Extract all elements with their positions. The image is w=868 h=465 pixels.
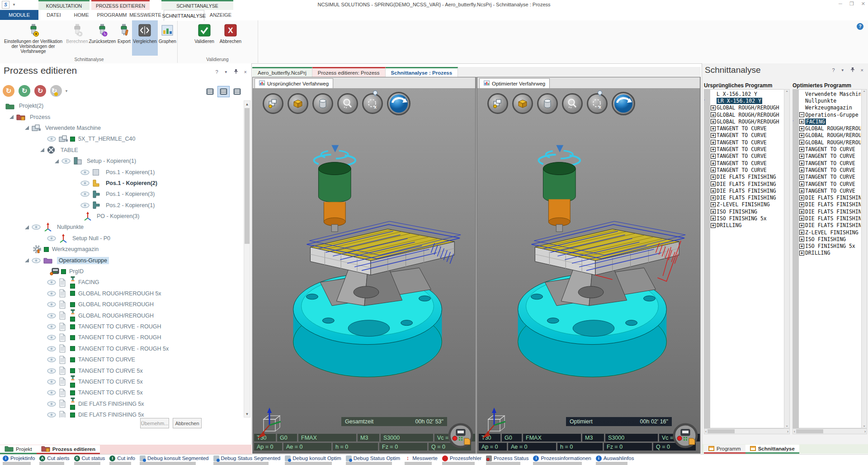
collapse-minus-icon[interactable]: −: [799, 112, 804, 117]
abbrechen-button[interactable]: XAbbrechen: [217, 20, 244, 56]
tab-projekt[interactable]: Projekt: [0, 445, 37, 454]
expand-plus-icon[interactable]: +: [799, 167, 804, 172]
module-tab-konsultation[interactable]: KONSULTATION: [38, 0, 90, 10]
expand-plus-icon[interactable]: +: [799, 181, 804, 186]
status-item-prozess-status[interactable]: Prozess Status: [486, 455, 528, 465]
redo-settings-icon[interactable]: ↻: [50, 85, 62, 97]
program-list-item[interactable]: +TANGENT TO CURVE: [799, 160, 861, 166]
program-list-item[interactable]: +ISO FINISHING: [799, 236, 861, 242]
expand-plus-icon[interactable]: +: [799, 223, 804, 228]
status-item-projektinfo[interactable]: iProjektinfo: [3, 455, 35, 465]
expand-plus-icon[interactable]: +: [711, 154, 716, 159]
expand-plus-icon[interactable]: +: [799, 140, 804, 145]
export-button[interactable]: Export: [116, 20, 132, 56]
program-list-item[interactable]: +DIE FLATS FINISHING: [799, 194, 861, 201]
expand-plus-icon[interactable]: +: [799, 147, 804, 152]
document-tab-schnittanalyse-prozess[interactable]: Schnittanalyse : Prozess: [386, 67, 458, 77]
expand-triangle-icon[interactable]: [40, 147, 47, 152]
program-list-item[interactable]: +TANGENT TO CURVE: [799, 180, 861, 187]
program-list-item[interactable]: +TANGENT TO CURVE: [799, 166, 861, 173]
tree-item[interactable]: Pos.2 - Kopieren(1): [1, 200, 243, 211]
stock-cylinder-icon[interactable]: [537, 93, 558, 114]
ribbon-tab-module[interactable]: MODULE: [0, 10, 38, 20]
program-list-item[interactable]: +DIE FLATS FINISHING: [799, 208, 861, 215]
tree-item[interactable]: Verwendete Maschine: [1, 123, 243, 133]
tree-item[interactable]: 5X_TT_HERMLE_C40: [1, 133, 243, 144]
viewport-optimized[interactable]: Optimierter VerfahrwegxOptimiert00h 02' …: [477, 77, 700, 454]
eye-icon[interactable]: [47, 313, 59, 318]
program-list-item[interactable]: +TANGENT TO CURVE: [711, 160, 783, 166]
ribbon-tab-anzeige[interactable]: ANZEIGE: [209, 10, 232, 20]
program-list-item[interactable]: Werkzeugmagazin: [799, 104, 861, 111]
expand-plus-icon[interactable]: +: [799, 126, 804, 131]
scroll-down-icon[interactable]: ▼: [244, 411, 250, 417]
program-list-item[interactable]: +FACING: [799, 118, 861, 125]
tree-item[interactable]: Setup Null - P0: [1, 233, 243, 244]
status-item-cut-status[interactable]: SCut status: [74, 455, 105, 465]
tree-item[interactable]: PO - Kopieren(3): [1, 211, 243, 222]
eye-icon[interactable]: [80, 170, 92, 175]
expand-plus-icon[interactable]: +: [711, 181, 716, 186]
tree-item[interactable]: TANGENT TO CURVE - ROUGH: [1, 321, 243, 332]
vertical-scrollbar[interactable]: ⌃⌄: [861, 89, 867, 428]
help-icon[interactable]: ?: [216, 69, 218, 75]
program-list-item[interactable]: +DIE FLATS FINISHING: [711, 187, 783, 194]
eye-icon[interactable]: [80, 191, 92, 197]
viewport-tab[interactable]: Optimierter Verfahrweg: [479, 78, 550, 88]
expand-plus-icon[interactable]: +: [711, 161, 716, 166]
machine-status-icon[interactable]: [673, 423, 698, 448]
expand-triangle-icon[interactable]: [9, 114, 16, 119]
zoom-icon[interactable]: [337, 93, 358, 114]
pin-icon[interactable]: [234, 69, 238, 75]
horizontal-scrollbar[interactable]: ‹›: [704, 428, 790, 434]
status-item-messwerte[interactable]: ↕Messwerte: [405, 455, 438, 465]
zoom-icon[interactable]: [562, 93, 583, 114]
program-list-item[interactable]: +TANGENT TO CURVE: [711, 153, 783, 160]
tree-item[interactable]: TANGENT TO CURVE 5x: [1, 387, 243, 398]
expand-plus-icon[interactable]: +: [711, 175, 716, 180]
program-list-item[interactable]: +GLOBAL ROUGH/REROUGH: [799, 132, 861, 139]
viewport-tab[interactable]: Ursprünglicher Verfahrweg: [255, 78, 333, 88]
program-list-item[interactable]: +DIE FLATS FINISHING: [711, 194, 783, 201]
program-list-item[interactable]: +TANGENT TO CURVE: [799, 153, 861, 160]
tree-item[interactable]: DIE FLATS FINISHING 5x: [1, 399, 243, 409]
expand-plus-icon[interactable]: +: [799, 154, 804, 159]
module-tab-prozess-editieren[interactable]: PROZESS EDITIEREN: [91, 0, 150, 10]
status-item-prozessfehler[interactable]: Prozessfehler: [442, 455, 481, 465]
program-list-item[interactable]: +TANGENT TO CURVE: [799, 146, 861, 152]
list-medium-icon[interactable]: [217, 86, 230, 97]
expand-plus-icon[interactable]: +: [799, 188, 804, 193]
expand-plus-icon[interactable]: +: [799, 216, 804, 221]
ribbon-tab-datei[interactable]: DATEI: [42, 10, 66, 20]
module-tab-schnittanalyse[interactable]: SCHNITTANALYSE: [161, 0, 233, 10]
lightbulb-icon[interactable]: [373, 90, 378, 99]
list-compact-icon[interactable]: [231, 86, 243, 97]
ribbon-tab-home[interactable]: HOME: [70, 10, 93, 20]
tree-item[interactable]: PrgID: [1, 266, 243, 277]
program-list-item[interactable]: +TANGENT TO CURVE: [799, 174, 861, 180]
expand-plus-icon[interactable]: +: [711, 202, 716, 207]
rotate-sphere-icon[interactable]: [612, 92, 635, 115]
program-list-optimized[interactable]: Optimiertes ProgrammVerwendete MaschineN…: [793, 81, 867, 434]
tab-programm[interactable]: Programm: [704, 445, 745, 454]
3d-scene[interactable]: [253, 88, 475, 453]
expand-triangle-icon[interactable]: [54, 159, 61, 164]
berechnen-button[interactable]: Berechnen: [66, 20, 89, 56]
viewport-original[interactable]: Ursprünglicher VerfahrwegxGesamtzeit00h …: [252, 77, 476, 454]
expand-plus-icon[interactable]: +: [711, 195, 716, 200]
eye-icon[interactable]: [47, 379, 59, 384]
program-list-item[interactable]: +TANGENT TO CURVE: [711, 166, 783, 173]
program-list-item[interactable]: +DIE FLATS FINISHING: [799, 222, 861, 229]
expand-plus-icon[interactable]: +: [799, 161, 804, 166]
expand-plus-icon[interactable]: +: [711, 147, 716, 152]
status-item-cut-info[interactable]: ICut info: [109, 455, 135, 465]
program-list-item[interactable]: +GLOBAL ROUGH/REROUGH: [799, 139, 861, 146]
program-list-item[interactable]: −Operations-Gruppe: [799, 111, 861, 118]
eye-icon[interactable]: [32, 224, 43, 230]
eye-icon[interactable]: [47, 280, 59, 285]
viewport-canvas[interactable]: xOptimiert00h 02' 16"T30G0FMAXM3S3000Vc …: [477, 88, 700, 453]
program-list-item[interactable]: +TANGENT TO CURVE: [799, 187, 861, 194]
program-list-item[interactable]: +TANGENT TO CURVE: [711, 139, 783, 146]
machine-cube-icon[interactable]: [263, 93, 283, 114]
status-item-debug-status-segmented[interactable]: Debug Status Segmented: [213, 455, 281, 465]
